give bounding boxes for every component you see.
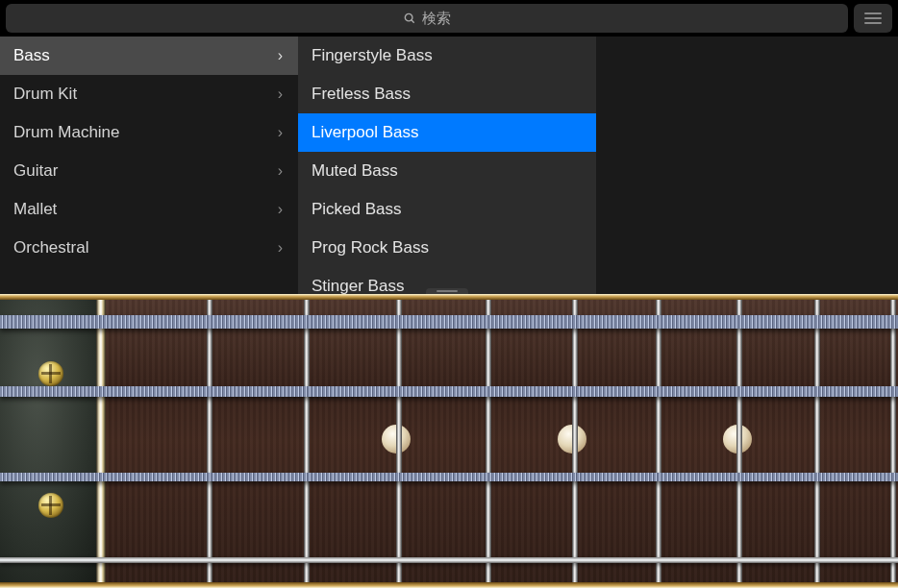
string-4[interactable] [0,557,898,563]
fret [304,300,310,582]
search-icon [403,12,416,25]
sound-item-liverpool-bass[interactable]: Liverpool Bass [298,113,596,152]
fret [396,300,402,582]
sound-browser: Bass › Drum Kit › Drum Machine › Guitar … [0,37,898,294]
sound-label: Fingerstyle Bass [312,46,433,65]
chevron-right-icon: › [278,162,283,180]
category-item-drum-kit[interactable]: Drum Kit › [0,75,298,113]
sound-label: Picked Bass [312,200,402,219]
string-3[interactable] [0,473,898,481]
top-toolbar: 検索 [0,0,898,37]
category-label: Bass [13,46,50,65]
chevron-right-icon: › [278,47,283,64]
category-list: Bass › Drum Kit › Drum Machine › Guitar … [0,37,298,267]
subcategory-list: Fingerstyle Bass Fretless Bass Liverpool… [298,37,596,306]
sound-item-muted-bass[interactable]: Muted Bass [298,152,596,190]
fretboard-binding-bottom [0,582,898,588]
fret [814,300,820,582]
svg-line-1 [412,20,414,23]
chevron-right-icon: › [278,201,283,218]
chevron-right-icon: › [278,239,283,257]
fret [736,300,742,582]
neck-screw [38,361,63,386]
nut [96,300,106,582]
fret [656,300,661,582]
sound-item-fingerstyle-bass[interactable]: Fingerstyle Bass [298,37,596,75]
fret [572,300,578,582]
category-item-mallet[interactable]: Mallet › [0,190,298,229]
fret [486,300,491,582]
sound-item-picked-bass[interactable]: Picked Bass [298,190,596,229]
category-label: Orchestral [13,238,88,257]
category-label: Guitar [13,161,58,181]
sound-label: Prog Rock Bass [312,238,429,257]
search-placeholder: 検索 [422,10,451,28]
fret [890,300,896,582]
category-label: Mallet [13,200,57,219]
sound-label: Muted Bass [312,161,398,181]
fretboard-binding-top [0,294,898,300]
chevron-right-icon: › [278,86,283,103]
category-item-orchestral[interactable]: Orchestral › [0,229,298,267]
svg-point-0 [405,13,412,21]
headstock-plate [0,300,106,582]
bass-fretboard[interactable] [0,294,898,588]
chevron-right-icon: › [278,124,283,141]
category-item-guitar[interactable]: Guitar › [0,152,298,190]
string-2[interactable] [0,386,898,397]
sound-label: Liverpool Bass [312,123,419,142]
fretboard-wood [106,300,898,582]
search-field[interactable]: 検索 [6,4,848,33]
fret [207,300,212,582]
neck-screw [38,493,63,518]
category-label: Drum Machine [13,123,120,142]
sound-item-prog-rock-bass[interactable]: Prog Rock Bass [298,229,596,267]
grabber-button[interactable] [854,4,892,33]
category-label: Drum Kit [13,85,77,104]
string-1[interactable] [0,315,898,329]
sound-item-fretless-bass[interactable]: Fretless Bass [298,75,596,113]
category-item-bass[interactable]: Bass › [0,37,298,75]
sound-label: Stinger Bass [312,277,404,296]
sound-label: Fretless Bass [312,85,411,104]
category-item-drum-machine[interactable]: Drum Machine › [0,113,298,152]
